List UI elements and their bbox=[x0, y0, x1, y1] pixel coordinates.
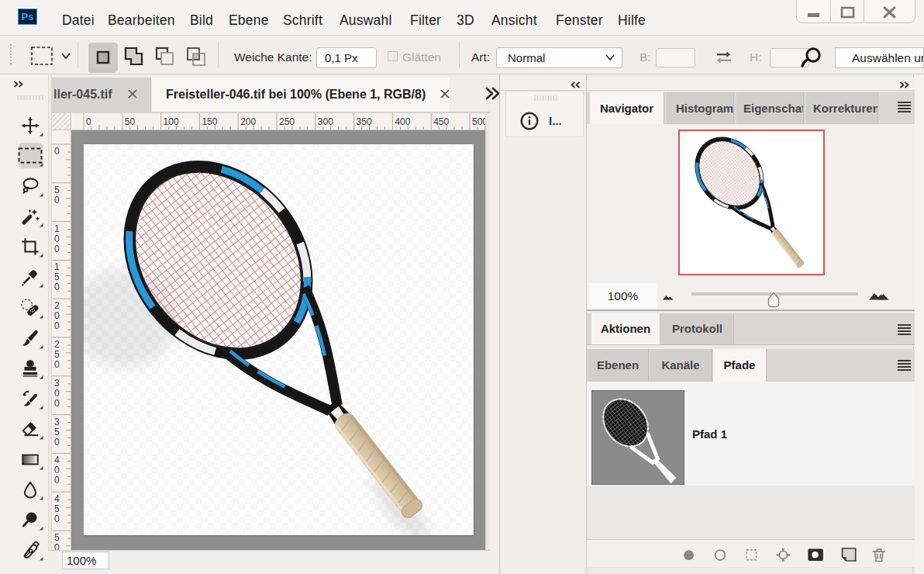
svg-text:5: 5 bbox=[54, 349, 60, 360]
svg-text:0: 0 bbox=[54, 359, 60, 370]
svg-text:0: 0 bbox=[54, 320, 60, 331]
svg-text:4: 4 bbox=[54, 493, 60, 504]
svg-text:5: 5 bbox=[54, 503, 60, 514]
svg-text:2: 2 bbox=[54, 300, 60, 311]
svg-text:0: 0 bbox=[54, 513, 60, 524]
svg-text:4: 4 bbox=[54, 455, 60, 465]
svg-text:0: 0 bbox=[54, 233, 60, 244]
svg-text:0: 0 bbox=[86, 116, 91, 127]
svg-text:1: 1 bbox=[54, 223, 60, 234]
svg-text:2: 2 bbox=[54, 339, 60, 350]
svg-text:0: 0 bbox=[54, 244, 60, 254]
svg-text:0: 0 bbox=[54, 146, 60, 157]
svg-text:5: 5 bbox=[54, 185, 60, 195]
svg-text:1: 1 bbox=[54, 261, 60, 272]
svg-text:3: 3 bbox=[54, 378, 60, 389]
svg-text:0: 0 bbox=[54, 475, 60, 486]
svg-text:500: 500 bbox=[472, 116, 485, 127]
svg-text:0: 0 bbox=[54, 282, 60, 292]
svg-text:0: 0 bbox=[54, 465, 60, 475]
svg-text:50: 50 bbox=[125, 116, 136, 127]
svg-text:5: 5 bbox=[54, 271, 60, 282]
svg-text:0: 0 bbox=[54, 195, 60, 206]
svg-text:3: 3 bbox=[54, 417, 60, 427]
svg-text:0: 0 bbox=[54, 388, 60, 399]
svg-text:0: 0 bbox=[54, 310, 60, 321]
svg-text:0: 0 bbox=[54, 398, 60, 409]
svg-text:5: 5 bbox=[54, 427, 60, 437]
svg-text:5: 5 bbox=[54, 532, 60, 543]
svg-text:0: 0 bbox=[54, 542, 60, 550]
svg-text:0: 0 bbox=[54, 437, 60, 448]
